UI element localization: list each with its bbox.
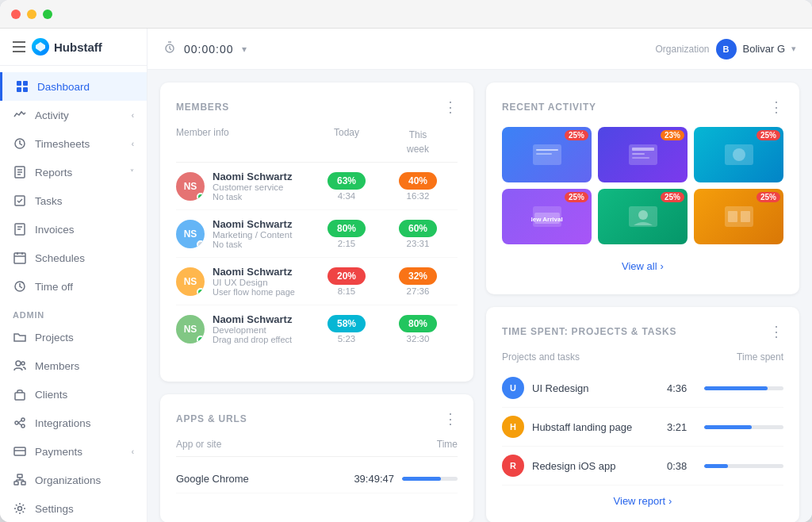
member-role: UI UX Design [213, 278, 295, 287]
activity-thumbnail[interactable]: 23% [598, 127, 688, 182]
week-badge: 60% [399, 220, 437, 237]
org-name: Bolivar G [743, 43, 785, 55]
svg-marker-0 [36, 42, 45, 52]
projects-col-header: Projects and tasks [502, 351, 580, 363]
sidebar-item-timesheets[interactable]: Timesheets ‹ [0, 129, 147, 158]
maximize-button[interactable] [43, 10, 52, 19]
svg-rect-45 [632, 153, 645, 155]
close-button[interactable] [11, 10, 21, 19]
project-time: 0:38 [667, 460, 695, 472]
svg-point-48 [733, 148, 745, 161]
table-row: NS Naomi Schwartz Development Drag and d… [176, 305, 458, 352]
timespent-card-title: TIME SPENT: PROJECTS & TASKS [502, 326, 676, 337]
activity-thumbnail[interactable]: 25% [694, 189, 783, 244]
activity-thumbnail[interactable]: 25% [598, 189, 688, 244]
today-badge: 58% [327, 315, 366, 332]
svg-rect-41 [536, 149, 558, 151]
schedules-icon [13, 251, 27, 265]
avatar: NS [176, 315, 205, 344]
sidebar-item-tasks[interactable]: Tasks [0, 186, 147, 215]
sidebar-item-projects-label: Projects [35, 332, 74, 344]
member-name: Naomi Schwartz [213, 313, 292, 325]
svg-rect-3 [17, 87, 21, 92]
today-badge: 20% [327, 267, 366, 285]
sidebar-item-invoices[interactable]: Invoices [0, 215, 147, 244]
settings-icon [13, 501, 27, 516]
project-name: Hubstaff landing page [532, 421, 632, 433]
list-item: Google Chrome 39:49:47 [176, 465, 458, 493]
activity-icon [13, 108, 27, 122]
payments-chevron-icon: ‹ [132, 447, 134, 456]
sidebar: Hubstaff Dashboard [0, 29, 147, 522]
col-member-info: Member info [176, 127, 315, 155]
svg-rect-55 [728, 211, 737, 222]
sidebar-item-timeoff-label: Time off [35, 281, 73, 293]
sidebar-item-integrations-label: Integrations [35, 417, 91, 429]
avatar: NS [176, 220, 205, 248]
svg-line-19 [21, 282, 24, 283]
sidebar-item-payments[interactable]: Payments ‹ [0, 437, 147, 466]
activity-thumbnail[interactable]: New Arrivals 25% [502, 189, 592, 244]
sidebar-item-settings[interactable]: Settings [0, 494, 147, 522]
status-badge [197, 193, 205, 201]
timeoff-icon [13, 279, 27, 294]
sidebar-item-integrations[interactable]: Integrations [0, 409, 147, 437]
timesheets-icon [13, 136, 27, 151]
activity-thumbnail[interactable]: 25% [694, 127, 783, 182]
svg-rect-2 [23, 81, 28, 86]
table-row: NS Naomi Schwartz Marketing / Content No… [176, 210, 458, 258]
activity-thumbnail[interactable]: 25% [502, 127, 592, 182]
org-chevron-icon[interactable]: ▾ [791, 44, 796, 54]
svg-rect-4 [23, 87, 28, 92]
timer-icon [163, 41, 176, 57]
activity-card: RECENT ACTIVITY ⋮ 25% [486, 83, 799, 294]
sidebar-item-activity[interactable]: Activity ‹ [0, 101, 147, 129]
view-all-button[interactable]: View all › [502, 254, 783, 278]
sidebar-item-timeoff[interactable]: Time off [0, 272, 147, 301]
member-task: No task [213, 192, 292, 202]
sidebar-item-dashboard-label: Dashboard [37, 81, 90, 93]
activity-card-menu[interactable]: ⋮ [769, 98, 783, 116]
members-card-menu[interactable]: ⋮ [443, 98, 458, 116]
projects-icon [13, 330, 27, 344]
timer-chevron-icon[interactable]: ▾ [242, 44, 247, 55]
hamburger-button[interactable] [13, 41, 25, 52]
project-name: UI Redesign [532, 382, 589, 394]
invoices-icon [13, 222, 27, 236]
project-bar [704, 464, 783, 468]
week-badge: 32% [399, 267, 437, 285]
svg-rect-31 [14, 482, 18, 485]
apps-card-header: APPS & URLS ⋮ [176, 410, 458, 428]
sidebar-header: Hubstaff [0, 29, 147, 66]
svg-point-23 [15, 421, 18, 424]
titlebar [0, 0, 812, 29]
svg-rect-44 [632, 148, 654, 151]
svg-rect-28 [14, 447, 25, 455]
org-label: Organization [655, 44, 709, 55]
svg-rect-30 [17, 474, 22, 478]
timespent-card-menu[interactable]: ⋮ [769, 323, 783, 340]
member-task: No task [213, 240, 292, 249]
minimize-button[interactable] [27, 10, 36, 19]
svg-point-24 [21, 418, 25, 421]
sidebar-item-dashboard[interactable]: Dashboard [0, 72, 147, 101]
sidebar-item-organizations[interactable]: Organizations [0, 466, 147, 494]
view-report-button[interactable]: View report › [502, 486, 783, 507]
sidebar-item-clients[interactable]: Clients [0, 380, 147, 409]
sidebar-item-timesheets-label: Timesheets [35, 138, 90, 150]
org-avatar: B [716, 39, 737, 59]
timer-display[interactable]: 00:00:00 [184, 43, 234, 56]
sidebar-item-activity-label: Activity [35, 109, 69, 121]
sidebar-item-reports[interactable]: Reports ˅ [0, 158, 147, 186]
members-table-header: Member info Today Thisweek [176, 127, 458, 163]
project-bar-fill [704, 464, 728, 468]
apps-card-title: APPS & URLS [176, 413, 247, 424]
sidebar-item-schedules[interactable]: Schedules [0, 244, 147, 272]
apps-card-menu[interactable]: ⋮ [443, 410, 458, 428]
status-badge [197, 240, 205, 248]
reports-chevron-icon: ˅ [130, 168, 134, 177]
sidebar-item-clients-label: Clients [35, 389, 67, 401]
member-task: Drag and drop effect [213, 335, 292, 344]
sidebar-item-members[interactable]: Members [0, 351, 147, 380]
sidebar-item-projects[interactable]: Projects [0, 323, 147, 351]
